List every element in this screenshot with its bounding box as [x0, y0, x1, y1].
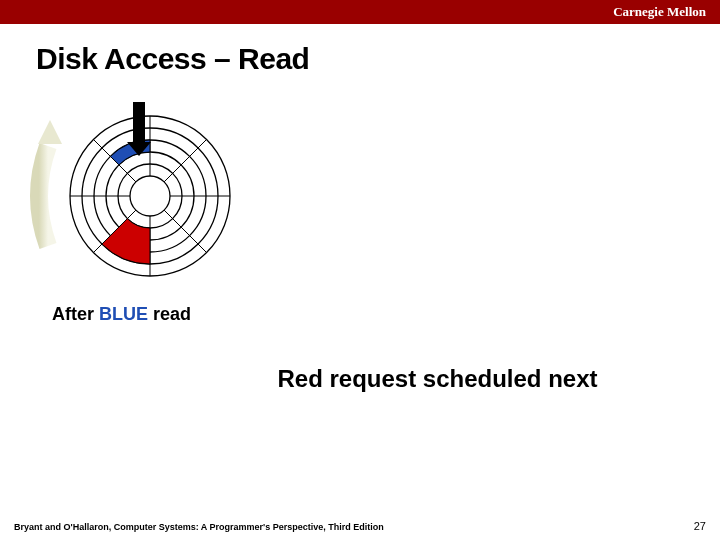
attribution: Bryant and O'Hallaron, Computer Systems:…: [14, 522, 384, 532]
institution-name: Carnegie Mellon: [613, 4, 706, 20]
page-number: 27: [694, 520, 706, 532]
disk-diagram: [20, 96, 250, 296]
svg-point-5: [130, 176, 170, 216]
caption-suffix: read: [148, 304, 191, 324]
caption: After BLUE read: [52, 304, 720, 325]
svg-rect-14: [133, 102, 145, 144]
caption-prefix: After: [52, 304, 99, 324]
rotation-arc: [39, 146, 48, 246]
slide-title: Disk Access – Read: [36, 42, 720, 76]
rotation-arrow-head: [38, 120, 62, 144]
disk-svg: [20, 96, 250, 296]
footer: Bryant and O'Hallaron, Computer Systems:…: [0, 520, 720, 532]
header-bar: Carnegie Mellon: [0, 0, 720, 24]
caption-highlight: BLUE: [99, 304, 148, 324]
subtitle: Red request scheduled next: [155, 365, 720, 393]
